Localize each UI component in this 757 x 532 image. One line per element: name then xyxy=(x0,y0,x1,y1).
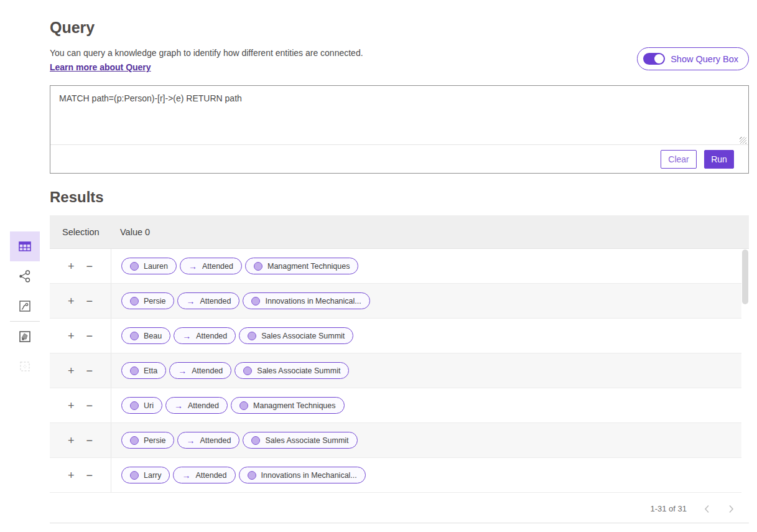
node-chip-target[interactable]: Managment Techniques xyxy=(245,258,359,274)
node-chip-target[interactable]: Sales Associate Summit xyxy=(235,362,349,379)
learn-more-link[interactable]: Learn more about Query xyxy=(50,62,151,72)
table-scrollbar-track[interactable] xyxy=(741,250,749,494)
node-chip-target[interactable]: Sales Associate Summit xyxy=(239,327,353,344)
node-circle-icon xyxy=(130,471,139,480)
row-selection-cell: + − xyxy=(50,249,111,283)
edge-chip[interactable]: → Attended xyxy=(173,467,235,483)
row-selection-cell: + − xyxy=(50,423,111,457)
node-label: Sales Associate Summit xyxy=(261,332,345,340)
row-add-button[interactable]: + xyxy=(67,329,76,343)
query-input[interactable]: MATCH path=(p:Person)-[r]->(e) RETURN pa… xyxy=(50,86,748,144)
edge-chip[interactable]: → Attended xyxy=(174,327,236,344)
table-body: + − Lauren → Attended Managment Techniqu… xyxy=(50,249,749,495)
node-chip-source[interactable]: Lauren xyxy=(121,258,177,274)
edge-chip[interactable]: → Attended xyxy=(165,397,228,414)
node-circle-icon xyxy=(248,332,256,340)
edge-chip[interactable]: → Attended xyxy=(177,432,239,449)
query-page: Query You can query a knowledge graph to… xyxy=(0,0,757,532)
show-query-box-toggle[interactable]: Show Query Box xyxy=(637,47,749,70)
table-header-row: Selection Value 0 xyxy=(50,215,749,249)
edge-arrow-icon: → xyxy=(174,401,183,410)
row-add-button[interactable]: + xyxy=(67,434,76,447)
row-value-cell: Persie → Attended Sales Associate Summit xyxy=(111,432,358,449)
node-circle-icon xyxy=(130,262,139,271)
map-icon xyxy=(17,329,32,344)
node-label: Innovations in Mechanical... xyxy=(261,471,357,480)
node-label: Sales Associate Summit xyxy=(265,436,348,445)
node-chip-target[interactable]: Innovations in Mechanical... xyxy=(243,292,369,309)
table-row: + − Lauren → Attended Managment Techniqu… xyxy=(50,249,741,284)
table-row: + − Uri → Attended Managment Techniques xyxy=(50,388,741,423)
chart-icon xyxy=(17,299,32,314)
edge-arrow-icon: → xyxy=(186,297,195,306)
table-pagination: 1-31 of 31 xyxy=(50,495,749,523)
node-chip-source[interactable]: Persie xyxy=(121,292,174,309)
link-chart-icon xyxy=(17,269,32,284)
run-button[interactable]: Run xyxy=(704,150,734,169)
row-add-button[interactable]: + xyxy=(67,469,76,482)
row-add-button[interactable]: + xyxy=(67,294,76,308)
node-chip-source[interactable]: Persie xyxy=(121,432,174,449)
sidebar-item-table-view[interactable] xyxy=(10,231,40,261)
edge-label: Attended xyxy=(202,262,233,271)
column-header-value: Value 0 xyxy=(111,227,150,237)
chevron-right-icon xyxy=(728,505,734,513)
table-rows: + − Lauren → Attended Managment Techniqu… xyxy=(50,249,741,493)
pagination-prev-button[interactable] xyxy=(703,503,711,515)
edge-chip[interactable]: → Attended xyxy=(169,362,231,379)
edge-label: Attended xyxy=(195,471,226,480)
node-circle-icon xyxy=(251,297,260,306)
node-label: Beau xyxy=(144,332,162,340)
sidebar-item-map-view[interactable] xyxy=(10,322,40,352)
row-remove-button[interactable]: − xyxy=(85,364,95,378)
node-circle-icon xyxy=(254,262,262,271)
edge-arrow-icon: → xyxy=(182,332,191,340)
edge-arrow-icon: → xyxy=(182,471,190,480)
sidebar-item-link-chart-view[interactable] xyxy=(10,261,40,291)
query-panel: MATCH path=(p:Person)-[r]->(e) RETURN pa… xyxy=(50,85,749,174)
edge-chip[interactable]: → Attended xyxy=(180,258,242,274)
edge-label: Attended xyxy=(200,436,231,445)
clear-button[interactable]: Clear xyxy=(661,150,697,169)
row-remove-button[interactable]: − xyxy=(85,294,95,308)
row-remove-button[interactable]: − xyxy=(85,434,95,447)
node-circle-icon xyxy=(130,401,139,410)
node-chip-source[interactable]: Etta xyxy=(121,362,166,379)
toggle-switch-icon[interactable] xyxy=(643,53,665,65)
node-chip-target[interactable]: Innovations in Mechanical... xyxy=(239,467,366,483)
row-selection-cell: + − xyxy=(50,284,111,318)
row-value-cell: Etta → Attended Sales Associate Summit xyxy=(111,362,349,379)
node-chip-source[interactable]: Larry xyxy=(121,467,170,483)
node-chip-target[interactable]: Managment Techniques xyxy=(231,397,345,414)
node-chip-source[interactable]: Uri xyxy=(121,397,162,414)
row-remove-button[interactable]: − xyxy=(85,259,95,273)
page-title: Query xyxy=(50,19,95,37)
node-circle-icon xyxy=(130,436,139,445)
node-chip-source[interactable]: Beau xyxy=(121,327,170,344)
row-remove-button[interactable]: − xyxy=(85,329,95,343)
table-row: + − Persie → Attended Innovations in Mec… xyxy=(50,284,741,319)
node-chip-target[interactable]: Sales Associate Summit xyxy=(243,432,357,449)
chevron-left-icon xyxy=(704,505,710,513)
edge-label: Attended xyxy=(188,401,219,410)
sidebar-item-layout-view xyxy=(10,352,40,381)
node-circle-icon xyxy=(130,332,139,340)
edge-chip[interactable]: → Attended xyxy=(177,292,239,309)
row-add-button[interactable]: + xyxy=(67,364,76,378)
row-add-button[interactable]: + xyxy=(67,399,76,413)
pagination-range: 1-31 of 31 xyxy=(650,504,687,513)
sidebar-item-chart-view[interactable] xyxy=(10,291,40,321)
row-add-button[interactable]: + xyxy=(67,259,76,273)
results-table: Selection Value 0 + − Lauren → Attended … xyxy=(50,215,749,523)
row-remove-button[interactable]: − xyxy=(85,469,95,482)
pagination-next-button[interactable] xyxy=(727,503,735,515)
node-circle-icon xyxy=(243,366,252,375)
row-value-cell: Lauren → Attended Managment Techniques xyxy=(111,258,358,274)
table-scrollbar-thumb[interactable] xyxy=(742,250,748,304)
textarea-resize-grip[interactable] xyxy=(740,137,746,144)
node-label: Persie xyxy=(144,436,165,445)
row-remove-button[interactable]: − xyxy=(85,399,95,413)
edge-label: Attended xyxy=(196,332,227,340)
row-value-cell: Larry → Attended Innovations in Mechanic… xyxy=(111,467,366,483)
node-label: Persie xyxy=(144,297,165,306)
